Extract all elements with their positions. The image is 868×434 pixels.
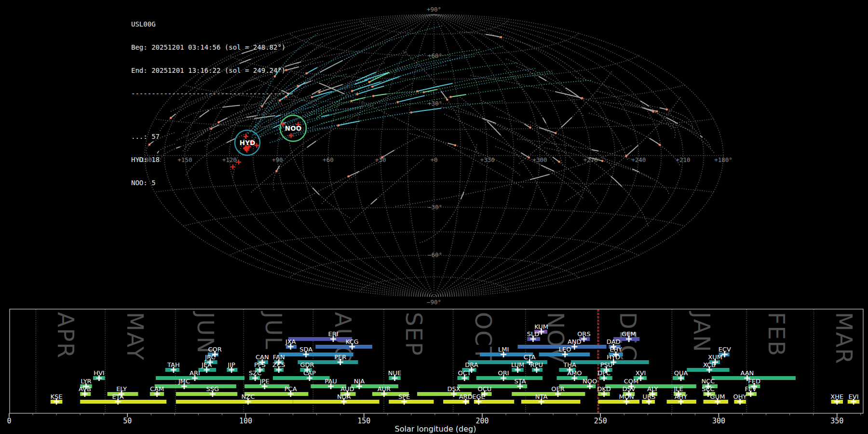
shower-code-label: FAN — [273, 353, 285, 361]
shower-code-label: AVB — [79, 385, 91, 393]
shower-code-label: EGE — [472, 393, 485, 400]
ecliptic-longitude-label: +0 — [430, 156, 437, 163]
meteor-streak — [553, 157, 559, 162]
north-pole-label: +90° — [427, 6, 441, 13]
meteor-trail — [275, 46, 502, 131]
axis-tick-label: 200 — [475, 417, 488, 425]
meteor-tip-dot — [652, 110, 654, 113]
meteor-tip-dot — [529, 126, 531, 129]
x-axis-title: Solar longitude (deg) — [395, 424, 476, 434]
shower-code-label: OHY — [733, 393, 747, 400]
ecliptic-longitude-label: +330 — [480, 156, 495, 163]
shower-code-label: AAN — [740, 369, 754, 377]
meteor-trail — [394, 146, 631, 206]
meteor-trail — [565, 97, 680, 202]
shower-code-label: CAM — [150, 385, 164, 393]
meteor-tip-dot — [528, 156, 530, 159]
end-time: End: 20251201 13:16:22 (sol = 249.24°) — [131, 67, 294, 74]
shower-code-label: ZCS — [272, 361, 285, 368]
meteor-streak — [521, 153, 529, 158]
shower-code-label: NIA — [354, 378, 365, 385]
shower-code-label: HYD — [607, 353, 620, 361]
month-label: MAY — [122, 312, 148, 361]
sky-grid-meridian — [434, 14, 615, 297]
meteor-tip-dot — [356, 93, 358, 95]
axis-tick-label: 350 — [830, 417, 843, 425]
axis-tick-label: 100 — [239, 417, 252, 425]
shower-code-label: ARD — [459, 393, 473, 400]
shower-code-label: NCC — [701, 378, 715, 385]
meteor-streak — [298, 81, 312, 86]
meteor-tip-dot — [318, 91, 321, 94]
shower-code-label: JPE — [259, 378, 270, 385]
shower-code-label: RPU — [530, 361, 543, 368]
shower-code-label: JRC — [204, 353, 215, 361]
ecliptic-longitude-label: +300 — [533, 156, 547, 163]
shower-code-label: ETA — [112, 393, 124, 400]
shower-bar-nzc — [176, 400, 293, 404]
shower-code-label: LMI — [498, 346, 509, 353]
shower-code-label: NDA — [337, 393, 351, 400]
shower-code-label: JMC — [178, 378, 190, 385]
meteor-trail — [603, 158, 669, 196]
shower-code-label: QUA — [674, 369, 688, 377]
meteor-streak — [371, 199, 377, 204]
shower-bar-nta — [521, 400, 581, 404]
meteor-tip-dot — [500, 36, 502, 39]
ecliptic-latitude-label: +60° — [428, 52, 442, 59]
shower-code-label: ELY — [116, 385, 127, 393]
ecliptic-longitude-label: +30 — [375, 156, 386, 163]
shower-code-label: DAD — [607, 338, 621, 345]
shower-code-label: TAH — [167, 361, 180, 368]
shower-code-label: KSE — [51, 393, 63, 400]
shower-bar-eri — [288, 337, 352, 341]
shower-code-label: DPC — [597, 369, 610, 377]
shower-bars: KUMERISLDORSGEMJXAKCGANDDADCORSDALMILEOE… — [51, 323, 860, 405]
meteor-streak — [373, 94, 387, 96]
shower-code-label: OER — [551, 385, 564, 393]
shower-code-label: XHE — [830, 393, 843, 400]
meteor-tip-dot — [337, 124, 339, 127]
meteor-tip-dot — [454, 144, 457, 147]
shower-bar-ssg — [176, 392, 238, 396]
shower-code-label: JIP — [227, 361, 235, 368]
meteor-streak — [487, 122, 501, 136]
shower-code-label: AUD — [340, 385, 354, 393]
meteor-tip-dot — [446, 98, 448, 101]
meteor-streak — [541, 165, 554, 172]
shower-code-label: ECV — [719, 346, 731, 353]
shower-code-label: JXA — [285, 338, 296, 345]
shower-code-label: SSG — [206, 385, 219, 393]
meteor-trail — [289, 143, 351, 218]
shower-code-label: AND — [568, 338, 582, 345]
month-label: JAN — [689, 311, 715, 353]
shower-code-label: XVI — [636, 369, 646, 377]
meteor-trail — [294, 73, 524, 188]
shower-bar-ari — [156, 376, 244, 380]
shower-code-label: HVI — [94, 369, 105, 377]
meteor-streak — [352, 97, 366, 101]
meteor-tip-dot — [555, 132, 557, 135]
south-pole-label: −90° — [427, 298, 441, 306]
count-sporadic: ...: 57 — [131, 133, 294, 140]
month-label: APR — [53, 312, 79, 359]
meteor-streak — [666, 118, 678, 124]
month-label: SEP — [401, 312, 427, 356]
meteor-tip-dot — [601, 160, 604, 162]
radiant-plot: HYDNOO+180+150+120+90+60+30+0+330+300+27… — [0, 0, 868, 434]
ecliptic-latitude-label: +30° — [428, 100, 442, 107]
shower-code-label: URS — [642, 393, 655, 400]
meteor-trail — [277, 63, 517, 129]
shower-code-label: DRA — [465, 361, 478, 368]
shower-bar-eta — [80, 400, 166, 404]
meteor-trail — [674, 124, 711, 147]
shower-code-label: AHY — [675, 393, 688, 400]
shower-code-label: NOO — [583, 378, 597, 385]
shower-code-label: PSU — [600, 361, 613, 368]
shower-bar-jmc — [155, 384, 236, 388]
shower-code-label: FEV — [745, 385, 757, 393]
meteor-tip-dot — [305, 72, 308, 75]
shower-code-label: PPS — [254, 361, 266, 368]
ecliptic-longitude-label: +270 — [583, 156, 598, 163]
meteor-trail — [625, 103, 676, 138]
